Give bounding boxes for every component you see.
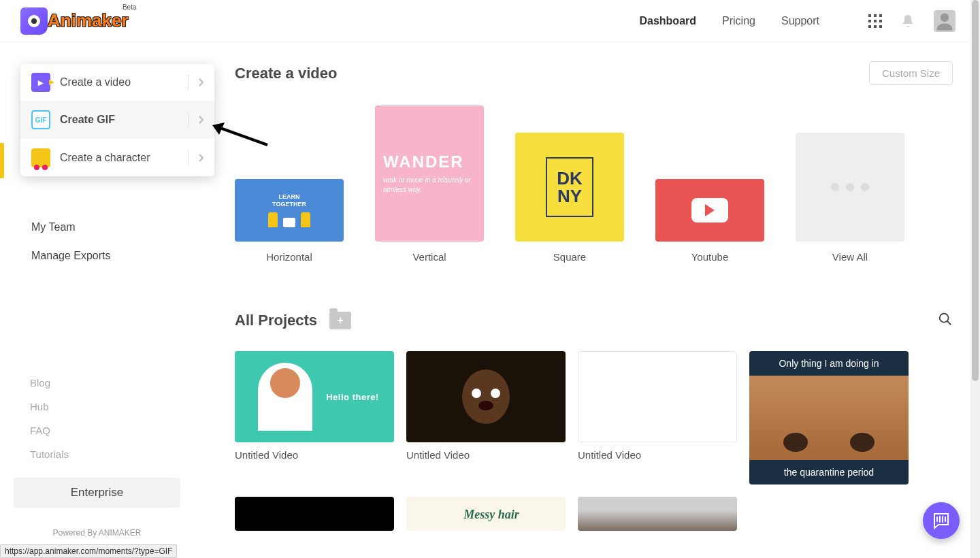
bell-icon[interactable]	[901, 14, 915, 29]
template-youtube[interactable]: Youtube	[655, 179, 764, 263]
svg-rect-6	[868, 25, 871, 28]
project-card[interactable]: Untitled Video	[578, 351, 737, 485]
project-thumb: Messy hair	[406, 497, 566, 531]
project-title: Untitled Video	[235, 449, 394, 461]
enterprise-button[interactable]: Enterprise	[14, 478, 180, 508]
create-gif-item[interactable]: GIF Create GIF	[20, 101, 214, 139]
chevron-right-icon	[188, 75, 203, 90]
main-content: Create a video Custom Size LEARN TOGETHE…	[194, 42, 980, 558]
project-card[interactable]	[578, 497, 737, 531]
nav-pricing[interactable]: Pricing	[722, 15, 755, 27]
svg-line-10	[947, 321, 951, 325]
header: Animaker Beta Dashboard Pricing Support	[0, 0, 980, 42]
svg-rect-4	[874, 20, 877, 22]
beta-badge: Beta	[122, 3, 137, 11]
project-card[interactable]: Untitled Video	[406, 351, 566, 485]
sidebar-faq[interactable]: FAQ	[14, 425, 180, 436]
project-card[interactable]: Hello there! Untitled Video	[235, 351, 394, 485]
template-view-all[interactable]: View All	[796, 133, 904, 263]
template-label: Youtube	[691, 251, 729, 263]
create-item-label: Create a character	[60, 152, 150, 164]
top-nav: Dashboard Pricing Support	[639, 10, 956, 32]
create-video-item[interactable]: ▶ Create a video	[20, 64, 214, 101]
create-video-heading: Create a video	[235, 65, 337, 82]
chevron-right-icon	[188, 150, 203, 165]
svg-rect-1	[874, 14, 877, 17]
all-projects-heading: All Projects	[235, 312, 317, 329]
create-item-label: Create a video	[60, 76, 131, 88]
project-thumb	[406, 351, 566, 442]
projects-grid: Hello there! Untitled Video Untitled Vid…	[235, 351, 909, 531]
project-thumb	[578, 497, 737, 531]
create-popup: ▶ Create a video GIF Create GIF Create a…	[20, 64, 214, 176]
template-youtube-thumb	[655, 179, 764, 242]
template-label: Vertical	[412, 251, 446, 263]
template-viewall-thumb	[796, 133, 904, 242]
template-square-thumb: DK NY	[515, 133, 624, 242]
intercom-button[interactable]	[923, 502, 960, 539]
search-icon[interactable]	[938, 312, 953, 329]
create-character-item[interactable]: Create a character	[20, 139, 214, 176]
project-thumb: Only thing I am doing in the quarantine …	[749, 351, 909, 485]
project-thumb	[578, 351, 737, 442]
template-horizontal-thumb: LEARN TOGETHER	[235, 179, 344, 242]
powered-by: Powered By ANIMAKER	[14, 528, 180, 538]
sidebar-hub[interactable]: Hub	[14, 401, 180, 412]
sidebar-item-my-team[interactable]: My Team	[0, 213, 194, 242]
template-square[interactable]: DK NY Square	[515, 133, 624, 263]
project-card[interactable]: Only thing I am doing in the quarantine …	[749, 351, 909, 485]
sidebar-blog[interactable]: Blog	[14, 377, 180, 389]
project-thumb	[235, 497, 394, 531]
template-label: Square	[553, 251, 586, 263]
create-item-label: Create GIF	[60, 114, 115, 126]
sidebar-tutorials[interactable]: Tutorials	[14, 448, 180, 460]
svg-rect-5	[879, 20, 882, 22]
add-folder-button[interactable]: +	[329, 312, 351, 329]
svg-rect-3	[868, 20, 871, 22]
svg-rect-7	[874, 25, 877, 28]
gif-icon: GIF	[31, 110, 50, 129]
project-thumb: Hello there!	[235, 351, 394, 442]
logo[interactable]: Animaker Beta	[20, 7, 129, 35]
template-vertical-thumb: WANDER walk or move in a leisurely or ai…	[375, 105, 484, 242]
apps-grid-icon[interactable]	[868, 14, 882, 28]
svg-rect-2	[879, 14, 882, 17]
nav-support[interactable]: Support	[781, 15, 819, 27]
template-vertical[interactable]: WANDER walk or move in a leisurely or ai…	[375, 105, 484, 263]
chevron-right-icon	[188, 112, 203, 127]
scrollbar[interactable]	[970, 0, 980, 558]
nav-dashboard[interactable]: Dashboard	[639, 15, 696, 27]
project-title: Untitled Video	[578, 449, 737, 461]
svg-point-9	[940, 314, 949, 323]
logo-text: Animaker	[48, 10, 129, 31]
sidebar-item-manage-exports[interactable]: Manage Exports	[0, 242, 194, 270]
custom-size-button[interactable]: Custom Size	[869, 61, 953, 85]
svg-rect-8	[879, 25, 882, 28]
character-icon	[31, 148, 50, 167]
svg-rect-0	[868, 14, 871, 17]
template-label: Horizontal	[266, 251, 312, 263]
video-icon: ▶	[31, 73, 50, 92]
avatar[interactable]	[934, 10, 956, 32]
project-card[interactable]: Messy hair	[406, 497, 566, 531]
logo-mark-icon	[20, 7, 48, 35]
template-label: View All	[832, 251, 868, 263]
template-row: LEARN TOGETHER Horizontal WANDER walk or…	[235, 105, 953, 263]
project-card[interactable]	[235, 497, 394, 531]
sidebar-active-indicator	[0, 143, 4, 178]
project-title: Untitled Video	[406, 449, 566, 461]
status-bar-url: https://app.animaker.com/moments/?type=G…	[0, 544, 177, 558]
template-horizontal[interactable]: LEARN TOGETHER Horizontal	[235, 179, 344, 263]
